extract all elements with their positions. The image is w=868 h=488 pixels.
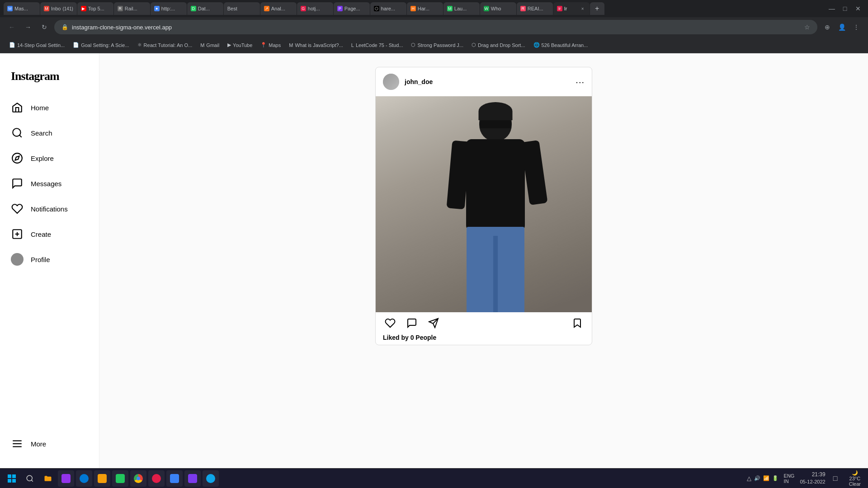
create-label: Create xyxy=(31,230,51,238)
tab-http[interactable]: ● http:... xyxy=(151,2,187,15)
post-avatar[interactable] xyxy=(383,74,399,90)
search-icon xyxy=(11,127,24,139)
taskbar-app-6[interactable] xyxy=(166,470,183,487)
address-icons: ☆ xyxy=(804,23,810,31)
tab-pagespeed[interactable]: P Page... xyxy=(334,2,370,15)
taskbar-app-8[interactable] xyxy=(203,470,219,487)
bookmark-youtube[interactable]: ▶YouTube xyxy=(224,41,256,49)
forward-button[interactable]: → xyxy=(22,21,34,33)
system-clock[interactable]: 21:39 05-12-2022 xyxy=(800,471,825,485)
start-button[interactable] xyxy=(4,470,20,487)
taskbar-app-7[interactable] xyxy=(184,470,201,487)
weather-condition: Clear xyxy=(849,481,861,487)
notification-center[interactable]: □ xyxy=(827,470,844,487)
back-button[interactable]: ← xyxy=(5,21,18,33)
taskbar-app-5[interactable] xyxy=(148,470,165,487)
tray-icon-1: △ xyxy=(747,475,751,482)
maximize-btn[interactable]: □ xyxy=(839,2,851,15)
settings-icon[interactable]: ⋮ xyxy=(850,21,863,33)
tab-new[interactable]: + xyxy=(590,2,604,15)
lock-icon: 🔒 xyxy=(61,24,68,30)
main-content: john_doe ··· xyxy=(99,53,868,468)
tab-instagram-active[interactable]: Ir Ir × xyxy=(553,2,590,15)
bookmark-beautiful[interactable]: 🌐526 Beautiful Arran... xyxy=(530,41,592,49)
bookmark-goal-setting[interactable]: 📄14-Step Goal Settin... xyxy=(5,41,68,49)
post-options-button[interactable]: ··· xyxy=(576,77,585,86)
taskbar-app-4[interactable] xyxy=(112,470,128,487)
bookmark-gmail[interactable]: MGmail xyxy=(197,41,223,49)
bookmark-leetcode[interactable]: LLeetCode 75 - Stud... xyxy=(348,41,407,49)
tab-analytics[interactable]: ↗ Anal... xyxy=(260,2,297,15)
close-btn[interactable]: ✕ xyxy=(852,2,864,15)
sidebar-item-notifications[interactable]: Notifications xyxy=(5,197,94,221)
sidebar-item-messages[interactable]: Messages xyxy=(5,172,94,195)
nav-menu: Home Search Explore xyxy=(5,96,94,432)
tab-hotjar[interactable]: G hotj... xyxy=(297,2,333,15)
tab-github[interactable]: ⬡ hare... xyxy=(370,2,406,15)
post-actions xyxy=(376,312,592,334)
tab-mastodon[interactable]: M Mas... xyxy=(4,2,40,15)
post-header: john_doe ··· xyxy=(376,67,592,96)
star-icon[interactable]: ☆ xyxy=(804,23,810,31)
weather-icon: 🌙 xyxy=(849,470,861,476)
feed: john_doe ··· xyxy=(375,67,592,455)
extensions-icon[interactable]: ⊕ xyxy=(821,21,834,33)
svg-rect-12 xyxy=(8,474,11,478)
address-bar[interactable]: 🔒 instagram-clone-sigma-one.vercel.app ☆ xyxy=(54,20,817,34)
taskbar-search[interactable] xyxy=(22,470,38,487)
profile-icon[interactable]: 👤 xyxy=(835,21,848,33)
tab-who[interactable]: W Who xyxy=(480,2,516,15)
taskbar-app-3[interactable] xyxy=(94,470,110,487)
refresh-button[interactable]: ↻ xyxy=(38,21,51,33)
tray-icon-4: 🔋 xyxy=(772,475,778,481)
home-label: Home xyxy=(31,104,49,112)
sidebar: Instagram Home Search xyxy=(0,53,99,468)
svg-rect-14 xyxy=(8,479,11,483)
taskbar-app-1[interactable] xyxy=(58,470,74,487)
svg-point-0 xyxy=(13,128,20,136)
svg-rect-13 xyxy=(12,474,16,478)
more-label: More xyxy=(31,440,46,448)
taskbar-file-explorer[interactable] xyxy=(40,470,56,487)
tab-reai[interactable]: R REAI... xyxy=(517,2,553,15)
bookmark-maps[interactable]: 📍Maps xyxy=(257,41,284,49)
notifications-icon xyxy=(11,202,24,215)
sidebar-item-more[interactable]: More xyxy=(5,432,94,455)
minimize-btn[interactable]: — xyxy=(826,2,838,15)
sidebar-item-profile[interactable]: Profile xyxy=(5,248,94,271)
svg-point-16 xyxy=(27,475,32,481)
tab-data[interactable]: D Dat... xyxy=(187,2,223,15)
tab-laur[interactable]: M Lau... xyxy=(443,2,480,15)
like-button[interactable] xyxy=(383,316,397,330)
tab-railway[interactable]: R Rail... xyxy=(114,2,150,15)
tab-hare[interactable]: H Har... xyxy=(407,2,443,15)
bookmark-javascript[interactable]: MWhat is JavaScript?... xyxy=(285,41,347,49)
address-bar-row: ← → ↻ 🔒 instagram-clone-sigma-one.vercel… xyxy=(0,17,868,37)
svg-line-1 xyxy=(19,135,22,137)
create-icon xyxy=(11,228,24,240)
messages-icon xyxy=(11,177,24,190)
bookmark-react-tutorial[interactable]: ⚛React Tutorial: An O... xyxy=(134,41,196,49)
sidebar-item-create[interactable]: Create xyxy=(5,222,94,246)
toolbar-icons: ⊕ 👤 ⋮ xyxy=(821,21,863,33)
comment-button[interactable] xyxy=(405,316,419,330)
instagram-logo: Instagram xyxy=(5,62,94,96)
search-label: Search xyxy=(31,129,52,137)
bookmark-drag-drop[interactable]: ⬡Drag and Drop Sort... xyxy=(468,41,529,49)
bookmark-password[interactable]: ⬡Strong Password J... xyxy=(407,41,467,49)
share-button[interactable] xyxy=(426,316,441,330)
taskbar-chrome[interactable] xyxy=(130,470,146,487)
tab-youtube-top5[interactable]: ▶ Top 5... xyxy=(77,2,113,15)
sidebar-item-home[interactable]: Home xyxy=(5,96,94,119)
taskbar-app-2[interactable] xyxy=(76,470,92,487)
svg-marker-3 xyxy=(15,156,19,160)
tab-best[interactable]: Best xyxy=(224,2,260,15)
sidebar-item-search[interactable]: Search xyxy=(5,121,94,145)
weather-widget: 🌙 23°C Clear xyxy=(845,470,864,487)
save-button[interactable] xyxy=(570,316,585,330)
tray-icon-2: 🔊 xyxy=(754,475,760,481)
tab-inbox[interactable]: M Inbo (141) xyxy=(40,2,77,15)
sidebar-item-explore[interactable]: Explore xyxy=(5,146,94,170)
liked-by-suffix: People xyxy=(414,334,436,341)
bookmark-goal-science[interactable]: 📄Goal Setting: A Scie... xyxy=(69,41,132,49)
